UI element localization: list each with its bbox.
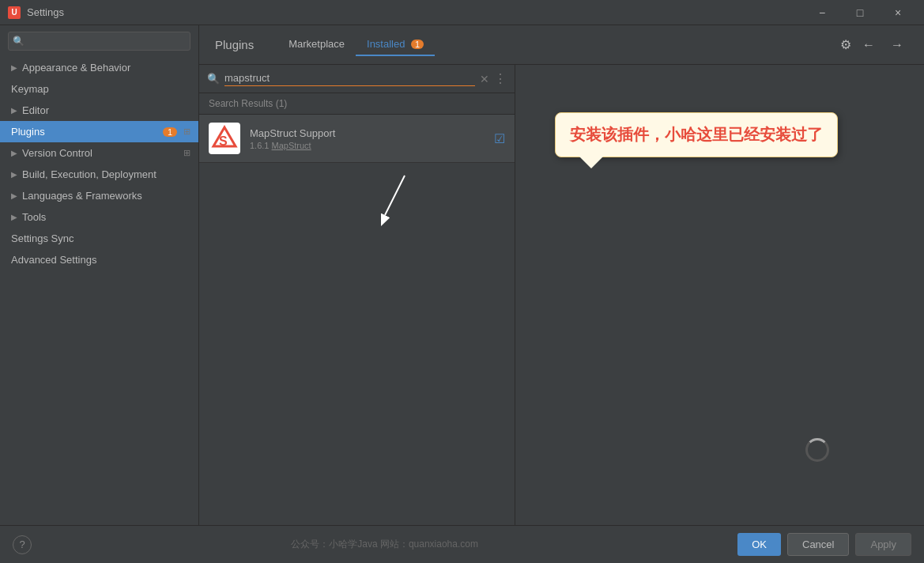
sidebar-item-keymap[interactable]: Keymap xyxy=(0,78,198,100)
close-button[interactable]: × xyxy=(880,0,916,25)
plugin-checked-icon[interactable]: ☑ xyxy=(494,131,505,146)
bottom-bar-actions: OK Cancel Apply xyxy=(737,533,911,556)
settings-gear-icon[interactable]: ⚙ xyxy=(840,37,851,52)
ok-button[interactable]: OK xyxy=(737,533,781,556)
sidebar-item-label: Plugins xyxy=(11,126,45,138)
watermark: 公众号：小哈学Java 网站：quanxiaoha.com xyxy=(32,538,737,551)
maximize-button[interactable]: □ xyxy=(842,0,878,25)
title-bar: U Settings − □ × xyxy=(0,0,924,25)
sidebar-item-label: Build, Execution, Deployment xyxy=(22,168,157,180)
help-button[interactable]: ? xyxy=(13,535,32,554)
plugin-list: S MapStruct Support 1.6.1 MapStruct ☑ xyxy=(199,115,515,525)
callout-text: 安装该插件，小哈这里已经安装过了 xyxy=(570,126,823,143)
sidebar-item-label: Settings Sync xyxy=(11,232,74,244)
tab-group: Marketplace Installed 1 xyxy=(277,33,435,56)
search-more-icon[interactable]: ⋮ xyxy=(494,71,507,86)
content-area: Plugins Marketplace Installed 1 ⚙ ← → xyxy=(199,25,924,525)
loading-spinner xyxy=(805,438,829,462)
sidebar-item-languages[interactable]: ▶ Languages & Frameworks xyxy=(0,185,198,206)
plugins-title: Plugins xyxy=(215,38,254,51)
arrow-icon: ▶ xyxy=(11,191,17,200)
sidebar: 🔍 ▶ Appearance & Behavior Keymap ▶ Edito… xyxy=(0,25,199,525)
plugin-info: MapStruct Support 1.6.1 MapStruct xyxy=(250,127,494,150)
sidebar-item-advanced[interactable]: Advanced Settings xyxy=(0,249,198,270)
sidebar-item-label: Keymap xyxy=(11,83,49,95)
app-icon: U xyxy=(8,6,21,19)
spinner-icon xyxy=(805,438,829,462)
sidebar-item-plugins[interactable]: Plugins 1 ⊞ xyxy=(0,121,198,142)
sidebar-search-input[interactable] xyxy=(8,32,190,51)
plugin-detail-panel: 安装该插件，小哈这里已经安装过了 xyxy=(515,65,924,525)
grid-icon: ⊞ xyxy=(183,148,190,158)
bottom-bar: ? 公众号：小哈学Java 网站：quanxiaoha.com OK Cance… xyxy=(0,525,924,563)
plugin-search-icon: 🔍 xyxy=(207,73,220,85)
sidebar-item-build[interactable]: ▶ Build, Execution, Deployment xyxy=(0,164,198,185)
plugin-author[interactable]: MapStruct xyxy=(272,141,311,150)
arrow-icon: ▶ xyxy=(11,106,17,115)
installed-badge: 1 xyxy=(411,40,424,49)
sidebar-item-editor[interactable]: ▶ Editor xyxy=(0,100,198,121)
plugin-version-author: 1.6.1 MapStruct xyxy=(250,141,494,150)
sidebar-item-label: Tools xyxy=(22,211,46,223)
search-results-label: Search Results (1) xyxy=(199,93,515,115)
sidebar-search-icon: 🔍 xyxy=(13,36,25,47)
plugin-logo: S xyxy=(209,123,240,154)
search-clear-icon[interactable]: ✕ xyxy=(480,73,489,85)
callout-annotation: 安装该插件，小哈这里已经安装过了 xyxy=(555,112,838,157)
cancel-button[interactable]: Cancel xyxy=(787,533,849,556)
sidebar-item-label: Advanced Settings xyxy=(11,254,96,266)
sidebar-item-label: Appearance & Behavior xyxy=(22,62,130,74)
sidebar-item-settings-sync[interactable]: Settings Sync xyxy=(0,228,198,249)
window-title: Settings xyxy=(27,6,804,18)
minimize-button[interactable]: − xyxy=(804,0,840,25)
arrow-icon: ▶ xyxy=(11,149,17,157)
sidebar-item-label: Version Control xyxy=(22,147,92,159)
plugin-name: MapStruct Support xyxy=(250,127,494,139)
plugin-list-panel: 🔍 ✕ ⋮ Search Results (1) S xyxy=(199,65,515,525)
sidebar-item-label: Editor xyxy=(22,104,49,116)
svg-text:S: S xyxy=(219,134,228,148)
arrow-icon: ▶ xyxy=(11,213,17,221)
arrow-icon: ▶ xyxy=(11,170,17,179)
sidebar-item-version-control[interactable]: ▶ Version Control ⊞ xyxy=(0,142,198,164)
header-controls: ⚙ ← → xyxy=(840,36,908,54)
plugins-header: Plugins Marketplace Installed 1 ⚙ ← → xyxy=(199,25,924,65)
plugin-search-bar: 🔍 ✕ ⋮ xyxy=(199,65,515,93)
sidebar-search-container: 🔍 xyxy=(0,25,198,57)
plugins-badge: 1 xyxy=(163,127,177,137)
plugin-search-input[interactable] xyxy=(224,72,475,86)
apply-button[interactable]: Apply xyxy=(855,533,911,556)
nav-forward-button[interactable]: → xyxy=(886,36,908,54)
tab-installed[interactable]: Installed 1 xyxy=(356,33,435,56)
sidebar-item-tools[interactable]: ▶ Tools xyxy=(0,206,198,228)
tab-marketplace[interactable]: Marketplace xyxy=(277,33,356,56)
main-container: 🔍 ▶ Appearance & Behavior Keymap ▶ Edito… xyxy=(0,25,924,525)
plugin-item-mapstruct[interactable]: S MapStruct Support 1.6.1 MapStruct ☑ xyxy=(199,115,515,163)
grid-icon: ⊞ xyxy=(183,127,190,137)
sidebar-item-appearance[interactable]: ▶ Appearance & Behavior xyxy=(0,57,198,78)
plugins-body: 🔍 ✕ ⋮ Search Results (1) S xyxy=(199,65,924,525)
window-controls: − □ × xyxy=(804,0,916,25)
arrow-icon: ▶ xyxy=(11,63,17,72)
sidebar-item-label: Languages & Frameworks xyxy=(22,190,142,202)
nav-back-button[interactable]: ← xyxy=(858,36,880,54)
